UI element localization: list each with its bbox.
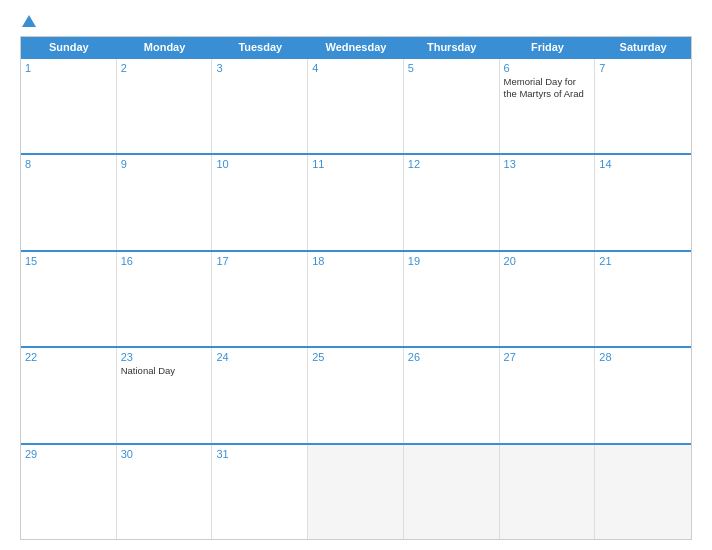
cal-cell: 2 (117, 59, 213, 153)
day-number: 12 (408, 158, 495, 170)
day-header-sunday: Sunday (21, 37, 117, 57)
cal-cell: 3 (212, 59, 308, 153)
day-number: 22 (25, 351, 112, 363)
cal-cell: 12 (404, 155, 500, 249)
day-number: 6 (504, 62, 591, 74)
day-number: 7 (599, 62, 687, 74)
cal-cell: 14 (595, 155, 691, 249)
event-label: National Day (121, 365, 208, 377)
day-number: 11 (312, 158, 399, 170)
day-number: 14 (599, 158, 687, 170)
cal-cell: 21 (595, 252, 691, 346)
cal-cell: 31 (212, 445, 308, 539)
day-number: 15 (25, 255, 112, 267)
day-header-wednesday: Wednesday (308, 37, 404, 57)
cal-cell: 4 (308, 59, 404, 153)
day-number: 5 (408, 62, 495, 74)
day-number: 27 (504, 351, 591, 363)
cal-cell: 16 (117, 252, 213, 346)
day-number: 24 (216, 351, 303, 363)
day-number: 17 (216, 255, 303, 267)
day-number: 20 (504, 255, 591, 267)
cal-cell: 19 (404, 252, 500, 346)
day-number: 9 (121, 158, 208, 170)
cal-cell: 20 (500, 252, 596, 346)
cal-cell: 17 (212, 252, 308, 346)
cal-cell: 10 (212, 155, 308, 249)
day-number: 21 (599, 255, 687, 267)
cal-cell: 22 (21, 348, 117, 442)
cal-cell: 11 (308, 155, 404, 249)
cal-cell: 27 (500, 348, 596, 442)
day-header-thursday: Thursday (404, 37, 500, 57)
day-number: 30 (121, 448, 208, 460)
week-row-5: 293031 (21, 443, 691, 539)
day-number: 25 (312, 351, 399, 363)
cal-cell: 18 (308, 252, 404, 346)
day-header-monday: Monday (117, 37, 213, 57)
cal-cell: 29 (21, 445, 117, 539)
week-row-3: 15161718192021 (21, 250, 691, 346)
calendar-body: 123456Memorial Day for the Martyrs of Ar… (21, 57, 691, 539)
cal-cell: 7 (595, 59, 691, 153)
day-header-saturday: Saturday (595, 37, 691, 57)
cal-cell: 23National Day (117, 348, 213, 442)
week-row-2: 891011121314 (21, 153, 691, 249)
day-number: 13 (504, 158, 591, 170)
day-number: 1 (25, 62, 112, 74)
cal-cell (500, 445, 596, 539)
cal-cell: 8 (21, 155, 117, 249)
cal-cell: 30 (117, 445, 213, 539)
cal-cell: 1 (21, 59, 117, 153)
cal-cell: 5 (404, 59, 500, 153)
day-number: 16 (121, 255, 208, 267)
cal-cell (595, 445, 691, 539)
day-number: 18 (312, 255, 399, 267)
week-row-1: 123456Memorial Day for the Martyrs of Ar… (21, 57, 691, 153)
cal-cell: 24 (212, 348, 308, 442)
logo (20, 16, 36, 28)
day-number: 4 (312, 62, 399, 74)
day-number: 26 (408, 351, 495, 363)
cal-cell: 13 (500, 155, 596, 249)
cal-cell: 28 (595, 348, 691, 442)
day-number: 31 (216, 448, 303, 460)
cal-cell: 6Memorial Day for the Martyrs of Arad (500, 59, 596, 153)
calendar-header-row: SundayMondayTuesdayWednesdayThursdayFrid… (21, 37, 691, 57)
cal-cell: 9 (117, 155, 213, 249)
week-row-4: 2223National Day2425262728 (21, 346, 691, 442)
logo-triangle-icon (22, 15, 36, 27)
calendar-page: SundayMondayTuesdayWednesdayThursdayFrid… (0, 0, 712, 550)
day-number: 29 (25, 448, 112, 460)
day-number: 2 (121, 62, 208, 74)
cal-cell: 25 (308, 348, 404, 442)
day-header-friday: Friday (500, 37, 596, 57)
day-number: 19 (408, 255, 495, 267)
calendar: SundayMondayTuesdayWednesdayThursdayFrid… (20, 36, 692, 540)
day-number: 8 (25, 158, 112, 170)
event-label: Memorial Day for the Martyrs of Arad (504, 76, 591, 101)
cal-cell: 26 (404, 348, 500, 442)
cal-cell: 15 (21, 252, 117, 346)
header (20, 16, 692, 28)
day-header-tuesday: Tuesday (212, 37, 308, 57)
cal-cell (308, 445, 404, 539)
day-number: 10 (216, 158, 303, 170)
day-number: 23 (121, 351, 208, 363)
day-number: 28 (599, 351, 687, 363)
day-number: 3 (216, 62, 303, 74)
cal-cell (404, 445, 500, 539)
